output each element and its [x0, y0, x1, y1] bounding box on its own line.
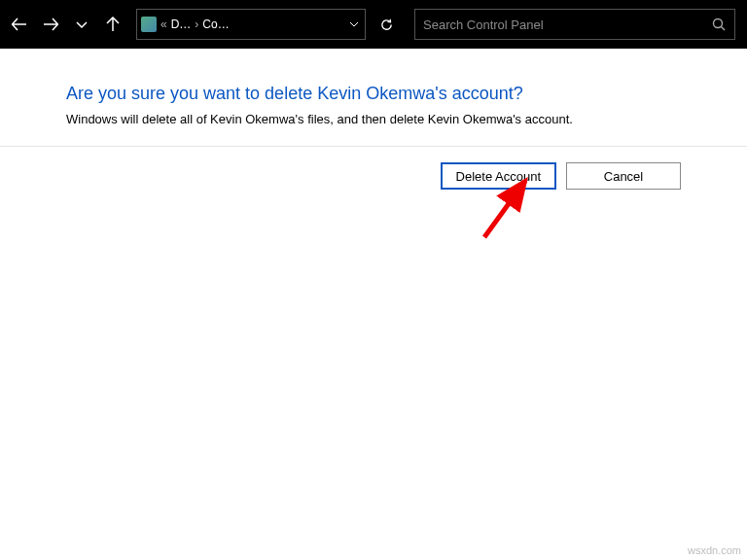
cancel-button[interactable]: Cancel: [566, 162, 681, 190]
user-accounts-icon: [141, 17, 157, 32]
breadcrumb-bar[interactable]: « D… › Con…: [136, 9, 366, 40]
breadcrumb-overflow-icon: «: [160, 18, 167, 31]
forward-button[interactable]: [37, 9, 64, 40]
search-input[interactable]: [423, 18, 711, 32]
breadcrumb-seg1[interactable]: D…: [171, 18, 192, 31]
button-row: Delete Account Cancel: [66, 147, 681, 190]
chevron-right-icon: ›: [195, 18, 198, 31]
breadcrumb-dropdown-icon[interactable]: [347, 19, 361, 29]
back-button[interactable]: [6, 9, 33, 40]
search-icon[interactable]: [711, 18, 727, 31]
up-button[interactable]: [99, 9, 126, 40]
refresh-button[interactable]: [372, 9, 401, 40]
content-area: Are you sure you want to delete Kevin Ok…: [0, 49, 747, 190]
search-box[interactable]: [414, 9, 735, 40]
breadcrumb-seg2[interactable]: Con…: [202, 18, 231, 31]
toolbar: « D… › Con…: [0, 0, 747, 49]
dialog-subtext: Windows will delete all of Kevin Okemwa'…: [66, 112, 681, 126]
svg-point-0: [714, 19, 723, 28]
dialog-heading: Are you sure you want to delete Kevin Ok…: [66, 84, 681, 104]
recent-locations-button[interactable]: [68, 9, 95, 40]
delete-account-button[interactable]: Delete Account: [441, 162, 556, 190]
watermark: wsxdn.com: [688, 544, 741, 556]
